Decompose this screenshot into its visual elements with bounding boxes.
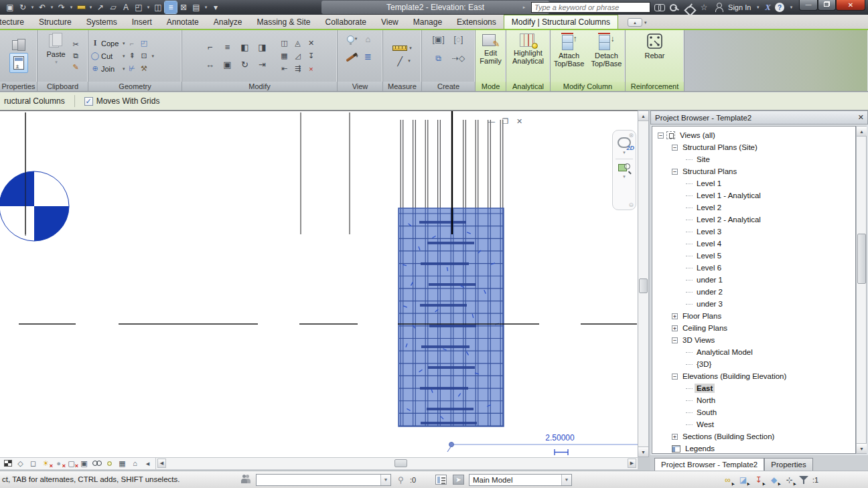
- paste-button[interactable]: Paste ▾: [44, 30, 67, 82]
- switch-windows-button[interactable]: ▤: [190, 1, 202, 13]
- sun-path-off-icon[interactable]: ☀×: [41, 459, 51, 468]
- join-geometry-button[interactable]: Join: [101, 65, 120, 73]
- tree-item-west[interactable]: West: [652, 418, 855, 430]
- default-3d-view-button-dropdown-icon[interactable]: ▾: [145, 1, 151, 13]
- select-links-icon[interactable]: ∞: [722, 474, 733, 485]
- offset-tool[interactable]: ≡: [222, 42, 234, 53]
- temporary-hide-isolate-icon[interactable]: [92, 459, 102, 468]
- tab-chitecture[interactable]: chitecture: [0, 15, 31, 29]
- zoom-dropdown-icon[interactable]: ▾: [623, 174, 626, 179]
- infocenter-collapse-icon[interactable]: ▸: [521, 1, 527, 13]
- align-tool[interactable]: ⌐: [204, 42, 216, 53]
- element-box-icon[interactable]: ⊡: [139, 52, 149, 61]
- tree-item-3d-views[interactable]: −3D Views: [652, 334, 855, 346]
- split-with-gap-tool[interactable]: ◬: [293, 39, 303, 48]
- scale-tool[interactable]: ◿: [293, 52, 303, 61]
- tree-item-floor-plans[interactable]: +Floor Plans: [652, 310, 855, 322]
- tree-scroll-down-icon[interactable]: ▼: [857, 443, 867, 453]
- tree-scroll-up-icon[interactable]: ▲: [857, 127, 867, 137]
- undo-button[interactable]: ↶: [36, 1, 48, 13]
- sign-in-button[interactable]: Sign In: [728, 3, 751, 11]
- navbar-close-icon[interactable]: ⊗: [628, 132, 634, 139]
- tree-item-east[interactable]: East: [652, 382, 855, 394]
- collapse-view-bar-icon[interactable]: ◂: [143, 459, 153, 468]
- create-parts-icon[interactable]: ⇢◇: [452, 54, 465, 63]
- tag-by-category-button[interactable]: ▱: [107, 1, 119, 13]
- search-icon[interactable]: [654, 2, 665, 13]
- mirror-pick-axis-tool[interactable]: ◧: [239, 42, 251, 53]
- communication-center-icon[interactable]: [684, 2, 695, 13]
- tree-item-sections-building-section-[interactable]: +Sections (Building Section): [652, 430, 855, 442]
- trim-extend-multiple-tool[interactable]: ⇶: [293, 64, 303, 74]
- horizontal-scroll-thumb[interactable]: [394, 459, 407, 467]
- tree-expander-icon[interactable]: −: [672, 169, 678, 175]
- apply-coping-icon[interactable]: ⌐: [127, 39, 137, 48]
- tree-expander-icon[interactable]: −: [672, 145, 678, 151]
- tab-extensions[interactable]: Extensions: [449, 15, 504, 29]
- override-graphics-brush-icon[interactable]: ▾: [346, 54, 358, 59]
- view-minimize-icon[interactable]: —: [487, 117, 496, 126]
- tree-expander-icon[interactable]: −: [672, 374, 678, 380]
- highlight-analytical-button[interactable]: Highlight Analytical: [510, 30, 546, 82]
- wall-sweeps-icon[interactable]: ⇞: [127, 52, 137, 61]
- tree-item--3d-[interactable]: {3D}: [652, 358, 855, 370]
- measure-button[interactable]: [75, 1, 87, 13]
- split-element-tool[interactable]: ◫: [279, 39, 289, 48]
- measure-button-dropdown-icon[interactable]: ▾: [88, 1, 94, 13]
- tree-item-level-3[interactable]: Level 3: [652, 226, 855, 238]
- trim-corner-tool[interactable]: ⇥: [257, 59, 269, 70]
- unpin-tool[interactable]: ✕: [306, 39, 316, 48]
- tree-item-level-4[interactable]: Level 4: [652, 238, 855, 250]
- sign-in-dropdown-icon[interactable]: ▾: [755, 1, 761, 13]
- create-similar-icon[interactable]: [◌]: [454, 35, 463, 44]
- cut-to-clipboard-icon[interactable]: ✂: [71, 40, 81, 50]
- customize-qat-button[interactable]: ▾: [210, 1, 222, 13]
- favorites-star-icon[interactable]: ☆: [699, 2, 709, 13]
- delete-tool[interactable]: ×: [306, 64, 316, 74]
- redo-button[interactable]: ↷: [56, 1, 68, 13]
- tab-annotate[interactable]: Annotate: [159, 15, 206, 29]
- selection-filter-icon[interactable]: [799, 475, 808, 485]
- tab-collaborate[interactable]: Collaborate: [318, 15, 374, 29]
- attach-top-base-button[interactable]: ↑ Attach Top/Base: [552, 30, 587, 82]
- element-box-dropdown-icon[interactable]: ▾: [152, 54, 155, 59]
- match-type-properties-icon[interactable]: ✎: [71, 63, 81, 72]
- hide-elements-bulb-icon[interactable]: ▾: [347, 35, 358, 43]
- save-button[interactable]: ▣: [4, 1, 16, 13]
- cut-geometry-button[interactable]: Cut: [101, 52, 120, 60]
- beam-joins-icon[interactable]: ⊬: [127, 64, 137, 74]
- default-3d-view-button[interactable]: ◰: [133, 1, 145, 13]
- scroll-up-icon[interactable]: ▲: [638, 111, 648, 121]
- dimension-style-icon[interactable]: [555, 449, 568, 455]
- project-browser-titlebar[interactable]: Project Browser - Template2 ✕: [650, 110, 868, 125]
- moves-with-grids-checkbox[interactable]: ✓: [84, 97, 93, 106]
- select-underlay-icon[interactable]: ◪: [737, 474, 749, 485]
- solid-geometry-icon[interactable]: ◰: [139, 39, 149, 48]
- default-view-house-icon[interactable]: ⌂: [362, 33, 374, 45]
- tree-scroll-thumb[interactable]: [857, 234, 866, 284]
- cope-dropdown-icon[interactable]: ▾: [123, 41, 125, 46]
- panel-label-create[interactable]: Create: [422, 82, 475, 91]
- panel-label-modify[interactable]: Modify: [182, 82, 337, 91]
- search-input[interactable]: [531, 2, 650, 13]
- tree-item-views-all-[interactable]: −Views (all): [652, 129, 855, 141]
- scroll-down-icon[interactable]: ▼: [638, 446, 648, 457]
- vertical-scroll-thumb[interactable]: [639, 278, 648, 293]
- subscription-key-icon[interactable]: [669, 2, 680, 13]
- scale-icon[interactable]: [3, 459, 13, 468]
- tree-expander-icon[interactable]: +: [672, 325, 678, 331]
- browser-tab-properties[interactable]: Properties: [764, 458, 812, 471]
- move-tool[interactable]: ↔: [204, 59, 216, 70]
- cut-dropdown-icon[interactable]: ▾: [123, 54, 125, 59]
- create-assembly-icon[interactable]: ⧉: [435, 54, 441, 63]
- design-options-icon[interactable]: [435, 475, 447, 485]
- aligned-dimension-button[interactable]: ↗: [94, 1, 106, 13]
- type-properties-button[interactable]: [11, 39, 27, 51]
- scroll-right-icon[interactable]: ▶: [628, 459, 636, 468]
- help-icon[interactable]: ?: [775, 3, 784, 12]
- create-group-icon[interactable]: [▣]: [432, 35, 444, 44]
- panel-label-clipboard[interactable]: Clipboard: [38, 82, 88, 91]
- drag-on-selection-icon[interactable]: ⊹: [784, 474, 795, 485]
- dimension-icon[interactable]: ╱▾: [394, 56, 411, 67]
- close-button[interactable]: ✕: [836, 0, 865, 11]
